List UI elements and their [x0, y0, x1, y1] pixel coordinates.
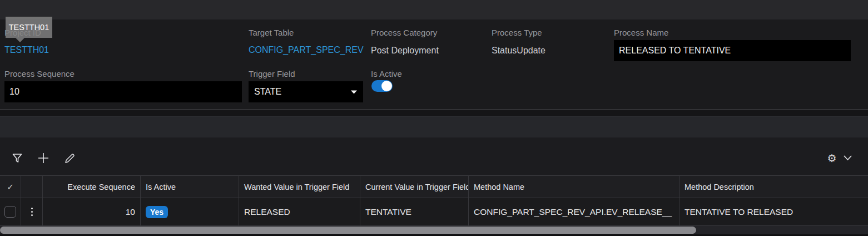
- target-table-label: Target Table: [249, 28, 294, 37]
- cell-is-active: Yes: [141, 198, 239, 225]
- cell-execute-sequence: 10: [43, 198, 141, 225]
- process-name-input[interactable]: [614, 40, 851, 61]
- top-band: [0, 0, 868, 19]
- is-active-toggle[interactable]: [371, 80, 393, 92]
- cell-method-description: TENTATIVE TO RELEASED: [679, 198, 868, 225]
- settings-icon: ⚙: [827, 153, 836, 164]
- is-active-label: Is Active: [371, 69, 402, 78]
- col-header-execute-sequence[interactable]: Execute Sequence: [43, 176, 141, 198]
- col-header-is-active[interactable]: Is Active: [141, 176, 239, 198]
- process-type-label: Process Type: [492, 28, 542, 37]
- cell-method-name: CONFIG_PART_SPEC_REV_API.EV_RELEASE__: [469, 198, 679, 225]
- row-select-cell: [0, 198, 21, 225]
- tooltip-text: TESTTH01: [9, 23, 49, 32]
- section-divider: [0, 109, 868, 116]
- process-type-value: StatusUpdate: [492, 46, 545, 56]
- chevron-down-icon: [844, 155, 852, 161]
- app-window: TESTTH01 Project ID TESTTH01 Target Tabl…: [0, 0, 868, 236]
- row-checkbox[interactable]: [4, 206, 16, 218]
- process-sequence-input[interactable]: [4, 81, 242, 102]
- filter-button[interactable]: [9, 150, 25, 166]
- trigger-field-label: Trigger Field: [249, 69, 295, 78]
- col-header-method-description[interactable]: Method Description: [679, 176, 868, 198]
- target-table-link[interactable]: CONFIG_PART_SPEC_REV: [249, 45, 364, 55]
- collapse-grid-button[interactable]: [840, 150, 855, 166]
- grid-toolbar: [0, 137, 868, 175]
- row-menu-cell: [21, 198, 43, 225]
- horizontal-scrollbar[interactable]: [0, 226, 868, 234]
- results-grid: ✓ Execute Sequence Is Active Wanted Valu…: [0, 175, 868, 226]
- cell-current-value: TENTATIVE: [360, 198, 469, 225]
- add-icon: [37, 152, 49, 164]
- cell-wanted-value: RELEASED: [239, 198, 360, 225]
- checkmark-icon: ✓: [7, 182, 14, 192]
- project-id-link[interactable]: TESTTH01: [4, 45, 49, 55]
- spacer-panel: [0, 116, 868, 137]
- table-row: 10 Yes RELEASED TENTATIVE CONFIG_PART_SP…: [0, 198, 868, 226]
- tooltip-arrow: [16, 38, 24, 42]
- scrollbar-thumb[interactable]: [0, 227, 696, 234]
- process-name-label: Process Name: [614, 28, 668, 37]
- select-all-header-cell[interactable]: ✓: [0, 176, 21, 198]
- grid-header-row: ✓ Execute Sequence Is Active Wanted Valu…: [0, 175, 868, 198]
- process-sequence-label: Process Sequence: [4, 69, 75, 78]
- filter-icon: [12, 153, 23, 164]
- tooltip: TESTTH01: [6, 17, 52, 38]
- toggle-knob: [381, 81, 392, 91]
- add-button[interactable]: [36, 150, 51, 166]
- edit-icon: [64, 153, 76, 164]
- edit-button[interactable]: [62, 150, 77, 166]
- col-header-wanted-value[interactable]: Wanted Value in Trigger Field: [239, 176, 360, 198]
- col-header-method-name[interactable]: Method Name: [469, 176, 679, 198]
- process-category-value: Post Deployment: [371, 46, 439, 56]
- process-category-label: Process Category: [371, 28, 437, 37]
- col-header-current-value[interactable]: Current Value in Trigger Field: [360, 176, 469, 198]
- row-menu-icon[interactable]: [31, 208, 33, 216]
- dropdown-caret-icon: [350, 87, 358, 97]
- row-menu-header-cell: [21, 176, 43, 198]
- trigger-field-selected-value: STATE: [254, 87, 281, 97]
- grid-settings-button[interactable]: ⚙: [824, 150, 840, 166]
- trigger-field-select[interactable]: STATE: [249, 81, 363, 102]
- is-active-badge: Yes: [146, 206, 168, 218]
